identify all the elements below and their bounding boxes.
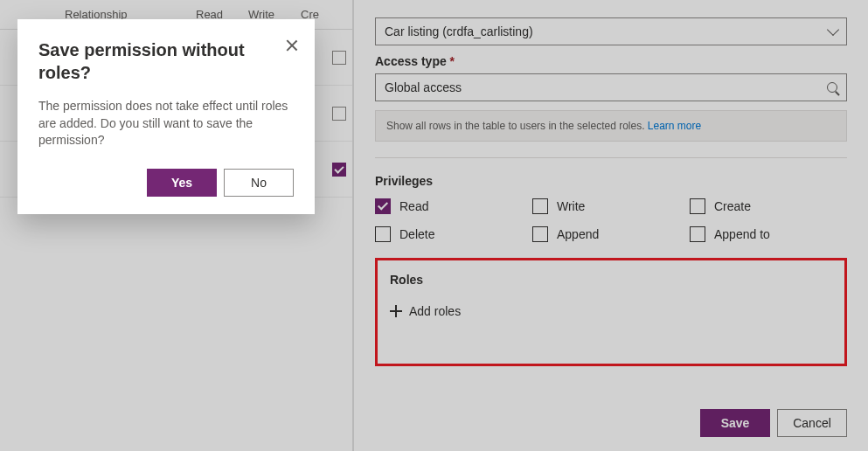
confirm-save-dialog: Save permission without roles? The permi… — [17, 19, 315, 214]
close-icon[interactable] — [283, 37, 301, 54]
dialog-footer: Yes No — [38, 169, 294, 197]
no-button[interactable]: No — [224, 169, 294, 197]
yes-button[interactable]: Yes — [147, 169, 217, 197]
dialog-title: Save permission without roles? — [38, 38, 294, 84]
dialog-body: The permission does not take effect unti… — [38, 98, 294, 149]
